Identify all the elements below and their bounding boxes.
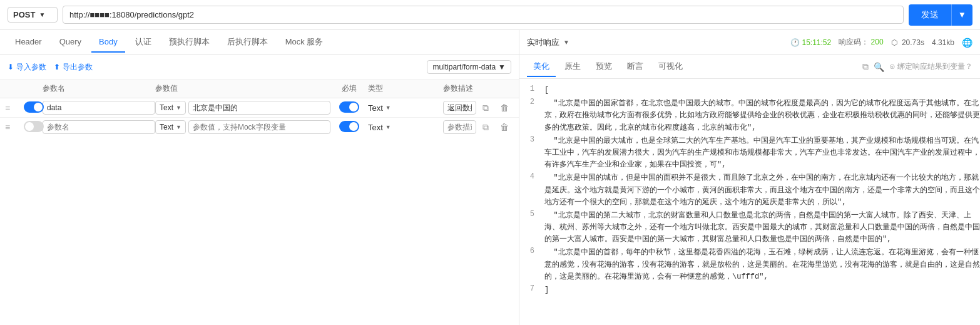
send-button[interactable]: 发送 <box>909 4 951 26</box>
line-content: "北京是中国的国家首都，在北京也是中国最大的城市。中国的城市化程度是最高的，因为… <box>544 98 980 134</box>
row1-name-cell <box>43 101 155 115</box>
code-line: 4 "北京是中国的城市，但是中国的面积并不是很大，而且除了北京之外，在中国的南方… <box>519 172 980 209</box>
response-meta: 🕐 15:11:52 响应码： 200 ⬡ 20.73s 4.31kb 🌐 <box>790 37 973 48</box>
params-table: 参数名 参数值 必填 类型 参数描述 ≡ Text ▼ <box>0 80 519 325</box>
row2-type-label: Text <box>368 123 383 132</box>
row1-type-label: Text <box>368 103 383 113</box>
line-content: ] <box>544 284 980 296</box>
tab-post-script[interactable]: 后执行脚本 <box>220 31 275 54</box>
resp-tab-raw[interactable]: 原生 <box>558 57 587 77</box>
method-select[interactable]: POST ▼ <box>8 7 58 23</box>
meta-code-value: 200 <box>871 38 884 46</box>
meta-time: 🕐 15:11:52 <box>790 38 832 47</box>
size-icon: ⬡ <box>891 38 897 47</box>
drag-handle[interactable]: ≡ <box>5 122 24 132</box>
params-actions: ⬇ 导入参数 ⬆ 导出参数 <box>8 62 93 73</box>
drag-handle[interactable]: ≡ <box>5 103 24 113</box>
format-chevron-icon: ▼ <box>498 63 506 71</box>
row2-required-cell[interactable] <box>330 121 368 134</box>
resp-tab-beautify[interactable]: 美化 <box>527 57 556 77</box>
left-tabs: Header Query Body 认证 预执行脚本 后执行脚本 Mock 服务 <box>0 30 519 55</box>
row1-value-type-select[interactable]: Text ▼ <box>155 101 186 115</box>
export-params-button[interactable]: ⬆ 导出参数 <box>54 62 93 73</box>
line-content: "北京是中国的城市，但是中国的面积并不是很大，而且除了北京之外，在中国的南方，在… <box>544 172 980 209</box>
row1-type-chevron-icon: ▼ <box>385 105 391 111</box>
left-panel: Header Query Body 认证 预执行脚本 后执行脚本 Mock 服务… <box>0 30 519 325</box>
copy-icon[interactable]: ⧉ <box>862 61 869 72</box>
resp-tab-actions: ⧉ 🔍 ⊙ 绑定响应结果到变量？ <box>862 61 972 72</box>
row2-copy-button[interactable]: ⧉ <box>476 121 495 134</box>
tab-header[interactable]: Header <box>8 32 49 53</box>
row1-copy-button[interactable]: ⧉ <box>476 101 495 115</box>
row2-desc-cell <box>443 120 476 134</box>
tab-mock[interactable]: Mock 服务 <box>278 31 331 54</box>
top-bar: POST ▼ 发送 ▼ <box>0 0 980 30</box>
meta-size-group: ⬡ 20.73s <box>891 38 924 47</box>
meta-code-label: 响应码： <box>839 38 869 46</box>
row2-value-type-chevron-icon: ▼ <box>176 124 181 130</box>
tab-auth[interactable]: 认证 <box>128 31 159 54</box>
row1-value-type-chevron-icon: ▼ <box>176 105 181 111</box>
code-line: 6 "北京是中国的首都，每年的中秋节，这里都是花香四溢的花海，玉石滩，绿树成荫，… <box>519 246 980 284</box>
main-layout: Header Query Body 认证 预执行脚本 后执行脚本 Mock 服务… <box>0 30 980 325</box>
line-content: [ <box>544 85 980 96</box>
tab-query[interactable]: Query <box>52 32 89 53</box>
row1-toggle[interactable] <box>24 101 43 115</box>
response-title: 实时响应 ▼ <box>527 37 569 48</box>
code-line: 3 "北京是中国的最大城市，也是全球第二大的汽车生产基地。中国是汽车工业的重要基… <box>519 135 980 172</box>
row1-name-input[interactable] <box>43 101 155 115</box>
row2-desc-input[interactable] <box>443 120 476 134</box>
line-number: 6 <box>519 247 544 283</box>
import-params-button[interactable]: ⬇ 导入参数 <box>8 62 46 73</box>
format-selector[interactable]: multipart/form-data ▼ <box>427 60 511 74</box>
line-number: 2 <box>519 98 544 134</box>
row2-value-type-select[interactable]: Text ▼ <box>155 120 186 134</box>
line-number: 3 <box>519 135 544 172</box>
response-title-label: 实时响应 <box>527 37 559 48</box>
code-line: 2 "北京是中国的国家首都，在北京也是中国最大的城市。中国的城市化程度是最高的，… <box>519 97 980 135</box>
row2-value-input[interactable] <box>188 120 330 134</box>
row1-type-cell: Text ▼ <box>368 103 443 113</box>
row1-delete-button[interactable]: 🗑 <box>495 101 514 114</box>
table-header: 参数名 参数值 必填 类型 参数描述 <box>0 80 519 98</box>
col-param-name: 参数名 <box>43 83 155 94</box>
meta-time-value: 15:11:52 <box>802 38 832 47</box>
search-icon[interactable]: 🔍 <box>874 62 884 72</box>
row1-value-input[interactable] <box>188 101 330 115</box>
row2-delete-button[interactable]: 🗑 <box>495 121 514 133</box>
response-body: 1[2 "北京是中国的国家首都，在北京也是中国最大的城市。中国的城市化程度是最高… <box>519 79 980 325</box>
resp-tab-assert[interactable]: 断言 <box>621 57 650 77</box>
line-content: "北京是中国的首都，每年的中秋节，这里都是花香四溢的花海，玉石滩，绿树成荫，让人… <box>544 247 980 283</box>
row1-desc-cell <box>443 101 476 115</box>
line-content: "北京是中国的第二大城市，北京的财富数量和人口数量也是北京的两倍，自然是中国的第… <box>544 210 980 246</box>
meta-code-group: 响应码： 200 <box>839 37 883 48</box>
method-label: POST <box>13 10 35 19</box>
row2-value-cell: Text ▼ <box>155 120 330 134</box>
row2-toggle[interactable] <box>24 121 43 134</box>
row1-value-type-label: Text <box>160 103 173 112</box>
send-dropdown-button[interactable]: ▼ <box>951 4 972 26</box>
tab-pre-script[interactable]: 预执行脚本 <box>161 31 217 54</box>
row2-name-cell <box>43 120 155 134</box>
line-number: 4 <box>519 172 544 209</box>
code-line: 1[ <box>519 84 980 97</box>
col-required: 必填 <box>330 83 368 94</box>
code-line: 5 "北京是中国的第二大城市，北京的财富数量和人口数量也是北京的两倍，自然是中国… <box>519 209 980 247</box>
tab-body[interactable]: Body <box>91 32 125 53</box>
resp-tab-preview[interactable]: 预览 <box>590 57 618 77</box>
line-number: 7 <box>519 284 544 296</box>
row2-type-cell: Text ▼ <box>368 123 443 132</box>
row1-desc-input[interactable] <box>443 101 476 115</box>
table-row: ≡ Text ▼ Text ▼ <box>0 98 519 118</box>
row2-name-input[interactable] <box>43 120 155 134</box>
line-number: 1 <box>519 85 544 96</box>
response-tabs: 美化 原生 预览 断言 可视化 ⧉ 🔍 ⊙ 绑定响应结果到变量？ <box>519 55 980 79</box>
meta-duration: 20.73s <box>902 38 924 47</box>
row1-required-cell[interactable] <box>330 101 368 115</box>
response-title-chevron-icon[interactable]: ▼ <box>563 39 569 46</box>
bind-response-link[interactable]: ⊙ 绑定响应结果到变量？ <box>889 61 972 72</box>
resp-tab-visualize[interactable]: 可视化 <box>652 57 689 77</box>
url-input[interactable] <box>63 6 904 24</box>
line-number: 5 <box>519 210 544 246</box>
response-tabs-left: 美化 原生 预览 断言 可视化 <box>527 57 689 77</box>
